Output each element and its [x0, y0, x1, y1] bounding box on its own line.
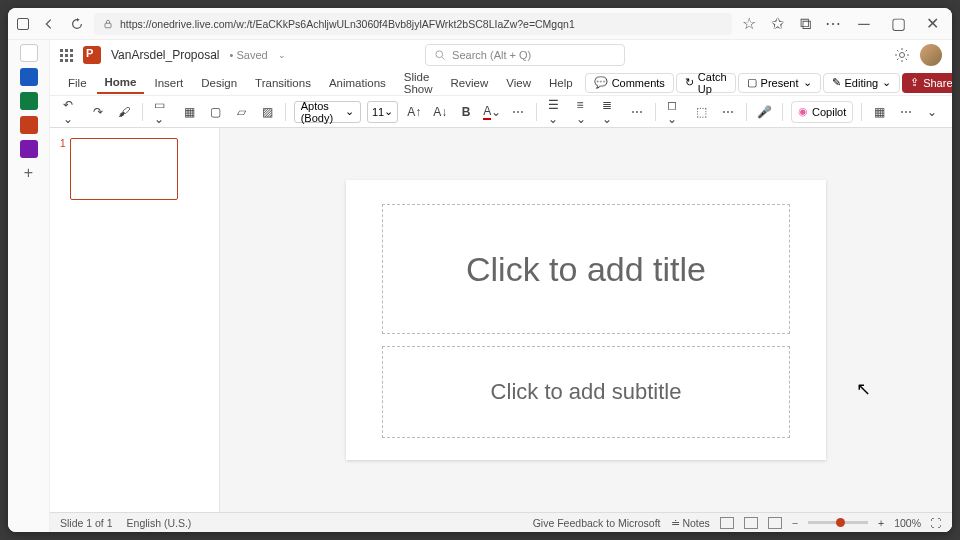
rail-excel-icon[interactable] [20, 92, 38, 110]
title-bar: VanArsdel_Proposal • Saved ⌄ Search (Alt… [50, 40, 952, 70]
font-size-selector[interactable]: 11 ⌄ [367, 101, 398, 123]
align-button[interactable]: ≣ ⌄ [599, 101, 621, 123]
more-icon[interactable]: ⋯ [822, 13, 844, 35]
decrease-font-icon[interactable]: A↓ [430, 101, 450, 123]
more-tools-icon[interactable]: ⋯ [896, 101, 916, 123]
zoom-slider[interactable] [808, 521, 868, 524]
copilot-button[interactable]: ◉Copilot [791, 101, 853, 123]
rail-add-icon[interactable]: + [24, 164, 33, 182]
dictate-icon[interactable]: 🎤 [754, 101, 774, 123]
numbering-button[interactable]: ≡ ⌄ [573, 101, 593, 123]
photo-icon[interactable]: ▨ [257, 101, 277, 123]
arrange-icon[interactable]: ⬚ [692, 101, 712, 123]
search-icon [434, 49, 446, 61]
feedback-link[interactable]: Give Feedback to Microsoft [533, 517, 661, 529]
notes-button[interactable]: ≐ Notes [671, 517, 710, 529]
collections-icon[interactable]: ⧉ [794, 13, 816, 35]
layout-icon[interactable]: ▦ [179, 101, 199, 123]
save-state: • Saved [230, 49, 268, 61]
fit-window-icon[interactable]: ⛶ [931, 517, 942, 529]
user-avatar[interactable] [920, 44, 942, 66]
designer-icon[interactable]: ▦ [870, 101, 890, 123]
waffle-icon[interactable] [60, 49, 73, 62]
tab-transitions[interactable]: Transitions [247, 73, 319, 93]
favorite-icon[interactable]: ✩ [766, 13, 788, 35]
zoom-in-button[interactable]: + [878, 517, 884, 529]
tab-review[interactable]: Review [443, 73, 497, 93]
status-bar: Slide 1 of 1 English (U.S.) Give Feedbac… [50, 512, 952, 532]
thumbnail-panel: 1 [50, 128, 220, 512]
screenshot-icon[interactable]: ▱ [231, 101, 251, 123]
svg-rect-0 [105, 23, 111, 28]
zoom-out-button[interactable]: − [792, 517, 798, 529]
lock-icon [102, 18, 114, 30]
search-input[interactable]: Search (Alt + Q) [425, 44, 625, 66]
title-placeholder[interactable]: Click to add title [382, 204, 790, 334]
font-selector[interactable]: Aptos (Body) ⌄ [294, 101, 361, 123]
minimize-button[interactable]: ─ [850, 10, 878, 38]
slide-thumbnail-1[interactable] [70, 138, 178, 200]
share-button[interactable]: ⇪ Share ⌄ [902, 73, 952, 93]
bold-button[interactable]: B [456, 101, 476, 123]
normal-view-icon[interactable] [720, 517, 734, 529]
browser-bar: https://onedrive.live.com/w:/t/EaCKkPs6A… [8, 8, 952, 40]
doc-menu-chevron-icon[interactable]: ⌄ [278, 50, 286, 60]
reader-icon[interactable]: ☆ [738, 13, 760, 35]
rail-home-icon[interactable] [20, 44, 38, 62]
tab-design[interactable]: Design [193, 73, 245, 93]
rail-word-icon[interactable] [20, 68, 38, 86]
bullets-button[interactable]: ☰ ⌄ [545, 101, 568, 123]
toolbar: ↶ ⌄ ↷ 🖌 ▭ ⌄ ▦ ▢ ▱ ▨ Aptos (Body) ⌄ 11 ⌄ … [50, 96, 952, 128]
shapes-button[interactable]: ◻ ⌄ [664, 101, 686, 123]
comments-button[interactable]: 💬 Comments [585, 73, 674, 93]
svg-point-1 [436, 51, 443, 58]
slide-canvas[interactable]: Click to add title Click to add subtitle [220, 128, 952, 512]
back-button[interactable] [38, 13, 60, 35]
catchup-button[interactable]: ↻ Catch Up [676, 73, 736, 93]
tab-help[interactable]: Help [541, 73, 581, 93]
app-rail: + [8, 40, 50, 532]
zoom-level[interactable]: 100% [894, 517, 921, 529]
language-status[interactable]: English (U.S.) [127, 517, 192, 529]
present-button[interactable]: ▢ Present ⌄ [738, 73, 821, 93]
tab-animations[interactable]: Animations [321, 73, 394, 93]
close-button[interactable]: ✕ [918, 10, 946, 38]
maximize-button[interactable]: ▢ [884, 10, 912, 38]
subtitle-placeholder[interactable]: Click to add subtitle [382, 346, 790, 438]
tab-insert[interactable]: Insert [146, 73, 191, 93]
tab-strip-icon[interactable] [14, 15, 32, 33]
document-name[interactable]: VanArsdel_Proposal [111, 48, 220, 62]
tab-slideshow[interactable]: Slide Show [396, 67, 441, 99]
tab-home[interactable]: Home [97, 72, 145, 94]
powerpoint-app-icon [83, 46, 101, 64]
sorter-view-icon[interactable] [744, 517, 758, 529]
undo-button[interactable]: ↶ ⌄ [60, 101, 82, 123]
more-para-icon[interactable]: ⋯ [627, 101, 647, 123]
rail-powerpoint-icon[interactable] [20, 116, 38, 134]
thumbnail-number: 1 [60, 138, 66, 200]
refresh-button[interactable] [66, 13, 88, 35]
gear-icon[interactable] [894, 47, 910, 63]
ribbon-tabs: File Home Insert Design Transitions Anim… [50, 70, 952, 96]
more-draw-icon[interactable]: ⋯ [718, 101, 738, 123]
new-slide-button[interactable]: ▭ ⌄ [151, 101, 174, 123]
address-bar[interactable]: https://onedrive.live.com/w:/t/EaCKkPs6A… [94, 13, 732, 35]
font-color-button[interactable]: A ⌄ [482, 101, 502, 123]
reading-view-icon[interactable] [768, 517, 782, 529]
tab-view[interactable]: View [498, 73, 539, 93]
redo-button[interactable]: ↷ [88, 101, 108, 123]
svg-point-2 [900, 53, 905, 58]
tab-file[interactable]: File [60, 73, 95, 93]
reset-icon[interactable]: ▢ [205, 101, 225, 123]
more-font-icon[interactable]: ⋯ [508, 101, 528, 123]
format-painter-icon[interactable]: 🖌 [114, 101, 134, 123]
increase-font-icon[interactable]: A↑ [404, 101, 424, 123]
slide: Click to add title Click to add subtitle [346, 180, 826, 460]
slide-counter[interactable]: Slide 1 of 1 [60, 517, 113, 529]
editing-button[interactable]: ✎ Editing ⌄ [823, 73, 901, 93]
url-text: https://onedrive.live.com/w:/t/EaCKkPs6A… [120, 18, 575, 30]
collapse-ribbon-icon[interactable]: ⌄ [922, 101, 942, 123]
rail-onenote-icon[interactable] [20, 140, 38, 158]
work-area: 1 Click to add title Click to add subtit… [50, 128, 952, 512]
search-placeholder: Search (Alt + Q) [452, 49, 531, 61]
